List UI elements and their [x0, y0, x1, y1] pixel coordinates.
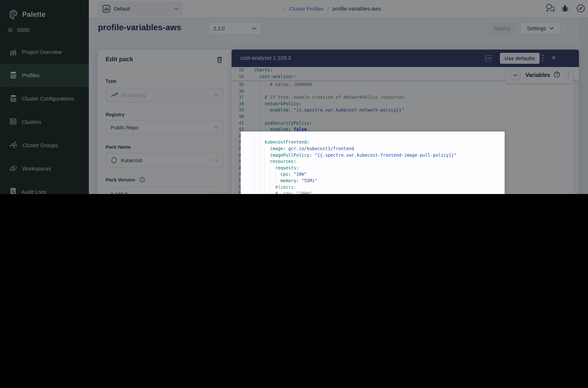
code-line[interactable]: resources: [241, 158, 505, 165]
code-line[interactable]: cpu: "10m" [241, 171, 505, 178]
code-line[interactable]: image: gcr.io/kubecost1/frontend [241, 146, 505, 152]
code-line[interactable]: #limits: [241, 184, 505, 191]
code-line[interactable]: kubecostFrontend: [241, 139, 505, 146]
code-line[interactable]: memory: "55Mi" [241, 178, 505, 184]
app-root: Palette Project OverviewProfilesCluster … [0, 0, 588, 194]
code-line[interactable]: requests: [241, 165, 505, 171]
code-line[interactable] [241, 133, 505, 139]
code-line[interactable]: # cpu: "100m" [241, 191, 505, 194]
highlighted-code-region[interactable]: kubecostFrontend: image: gcr.io/kubecost… [241, 132, 505, 194]
code-line[interactable]: imagePullPolicy: "{{.spectro.var.kubecos… [241, 152, 505, 158]
